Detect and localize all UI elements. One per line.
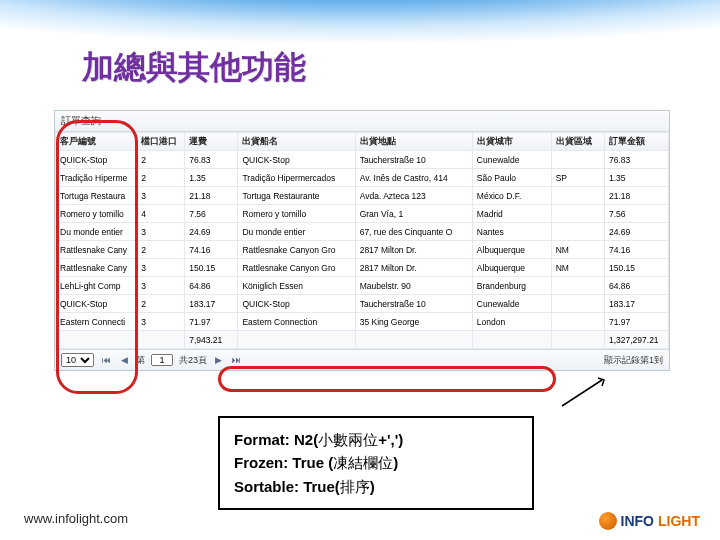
cell-freight: 150.15 (185, 259, 238, 277)
cell-port: 4 (137, 205, 185, 223)
pager-last-icon[interactable]: ⏭ (230, 355, 243, 365)
table-row[interactable]: Romero y tomillo47.56Romero y tomilloGra… (56, 205, 669, 223)
cell-shipname: Rattlesnake Canyon Gro (238, 241, 355, 259)
brand-logo: INFOLIGHT (599, 512, 700, 530)
pager-page-label: 第 (136, 354, 145, 367)
cell-amount: 183.17 (604, 295, 668, 313)
cell-freight: 21.18 (185, 187, 238, 205)
cell-port: 3 (137, 223, 185, 241)
cell-port: 2 (137, 169, 185, 187)
panel-title: 訂單查詢 (55, 111, 669, 132)
cell-freight: 74.16 (185, 241, 238, 259)
summary-row: 7,943.21 1,327,297.21 (56, 331, 669, 349)
header-port[interactable]: 檔口港口 (137, 133, 185, 151)
cell-shipname: QUICK-Stop (238, 151, 355, 169)
cell-shipcity: Cunewalde (472, 151, 551, 169)
cell-shipcity: São Paulo (472, 169, 551, 187)
cell-freight: 64.86 (185, 277, 238, 295)
cell-shipregion (551, 151, 604, 169)
table-row[interactable]: Rattlesnake Cany274.16Rattlesnake Canyon… (56, 241, 669, 259)
cell-shipaddr: Gran Vía, 1 (355, 205, 472, 223)
pager-total-label: 共23頁 (179, 354, 207, 367)
annotation-callout: Format: N2(小數兩位+',') Frozen: True (凍結欄位)… (218, 416, 534, 510)
cell-shipaddr: Maubelstr. 90 (355, 277, 472, 295)
cell-freight: 183.17 (185, 295, 238, 313)
header-shipname[interactable]: 出貨船名 (238, 133, 355, 151)
cell-shipname: Rattlesnake Canyon Gro (238, 259, 355, 277)
cell-amount: 21.18 (604, 187, 668, 205)
footer-url: www.infolight.com (24, 511, 128, 526)
cell-shipregion (551, 223, 604, 241)
cell-shipaddr: Avda. Azteca 123 (355, 187, 472, 205)
cell-port: 3 (137, 277, 185, 295)
header-shipaddr[interactable]: 出貨地點 (355, 133, 472, 151)
header-row: 客戶編號 檔口港口 運費 出貨船名 出貨地點 出貨城市 出貨區域 訂單金額 (56, 133, 669, 151)
cell-shipcity: Madrid (472, 205, 551, 223)
header-shipcity[interactable]: 出貨城市 (472, 133, 551, 151)
cell-customer: Du monde entier (56, 223, 137, 241)
cell-shipaddr: 67, rue des Cinquante O (355, 223, 472, 241)
cell-shipcity: Albuquerque (472, 241, 551, 259)
leader-arrow-icon (554, 376, 614, 410)
table-row[interactable]: Tradição Hiperme21.35Tradição Hipermerca… (56, 169, 669, 187)
cell-shipcity: México D.F. (472, 187, 551, 205)
cell-port: 3 (137, 313, 185, 331)
sum-freight: 7,943.21 (185, 331, 238, 349)
table-row[interactable]: QUICK-Stop2183.17QUICK-StopTaucherstraße… (56, 295, 669, 313)
table-row[interactable]: Du monde entier324.69Du monde entier67, … (56, 223, 669, 241)
cell-shipcity: Nantes (472, 223, 551, 241)
grid-panel: 訂單查詢 客戶編號 檔口港口 運費 出貨船名 出貨地點 出貨城市 出貨區域 訂單… (54, 110, 670, 371)
header-amount[interactable]: 訂單金額 (604, 133, 668, 151)
cell-shipaddr: 2817 Milton Dr. (355, 259, 472, 277)
callout-line-format: Format: N2(小數兩位+',') (234, 428, 518, 451)
cell-amount: 1.35 (604, 169, 668, 187)
logo-text-sub: LIGHT (658, 513, 700, 529)
pager-bar: 10 ⏮ ◀ 第 共23頁 ▶ ⏭ 顯示記錄第1到 (55, 349, 669, 370)
cell-amount: 74.16 (604, 241, 668, 259)
slide-title: 加總與其他功能 (82, 46, 306, 90)
table-row[interactable]: Rattlesnake Cany3150.15Rattlesnake Canyo… (56, 259, 669, 277)
cell-shipcity: Brandenburg (472, 277, 551, 295)
cell-freight: 24.69 (185, 223, 238, 241)
cell-shipregion (551, 313, 604, 331)
pager-prev-icon[interactable]: ◀ (119, 355, 130, 365)
header-freight[interactable]: 運費 (185, 133, 238, 151)
cell-amount: 24.69 (604, 223, 668, 241)
cell-shipname: Königlich Essen (238, 277, 355, 295)
cell-customer: QUICK-Stop (56, 151, 137, 169)
cell-amount: 76.83 (604, 151, 668, 169)
pager-page-input[interactable] (151, 354, 173, 366)
cell-freight: 1.35 (185, 169, 238, 187)
pagesize-select[interactable]: 10 (61, 353, 94, 367)
cell-customer: LehLi-ght Comp (56, 277, 137, 295)
cell-shipaddr: 35 King George (355, 313, 472, 331)
cell-customer: Rattlesnake Cany (56, 241, 137, 259)
cell-freight: 71.97 (185, 313, 238, 331)
callout-line-sortable: Sortable: True(排序) (234, 475, 518, 498)
cell-shipname: Du monde entier (238, 223, 355, 241)
sum-amount: 1,327,297.21 (604, 331, 668, 349)
table-row[interactable]: Tortuga Restaura321.18Tortuga Restaurant… (56, 187, 669, 205)
pager-first-icon[interactable]: ⏮ (100, 355, 113, 365)
cell-port: 3 (137, 187, 185, 205)
table-row[interactable]: LehLi-ght Comp364.86Königlich EssenMaube… (56, 277, 669, 295)
header-shipregion[interactable]: 出貨區域 (551, 133, 604, 151)
cell-shipaddr: Taucherstraße 10 (355, 151, 472, 169)
cell-shipcity: Cunewalde (472, 295, 551, 313)
cell-shipname: Tortuga Restaurante (238, 187, 355, 205)
cell-amount: 71.97 (604, 313, 668, 331)
cell-shipcity: London (472, 313, 551, 331)
cell-amount: 7.56 (604, 205, 668, 223)
cell-shipregion (551, 277, 604, 295)
header-customer[interactable]: 客戶編號 (56, 133, 137, 151)
table-row[interactable]: QUICK-Stop276.83QUICK-StopTaucherstraße … (56, 151, 669, 169)
cell-shipregion: NM (551, 241, 604, 259)
cell-customer: Eastern Connecti (56, 313, 137, 331)
cell-shipregion (551, 187, 604, 205)
pager-next-icon[interactable]: ▶ (213, 355, 224, 365)
cell-shipcity: Albuquerque (472, 259, 551, 277)
table-row[interactable]: Eastern Connecti371.97Eastern Connection… (56, 313, 669, 331)
cell-shipaddr: 2817 Milton Dr. (355, 241, 472, 259)
svg-line-0 (562, 380, 602, 406)
cell-port: 2 (137, 241, 185, 259)
